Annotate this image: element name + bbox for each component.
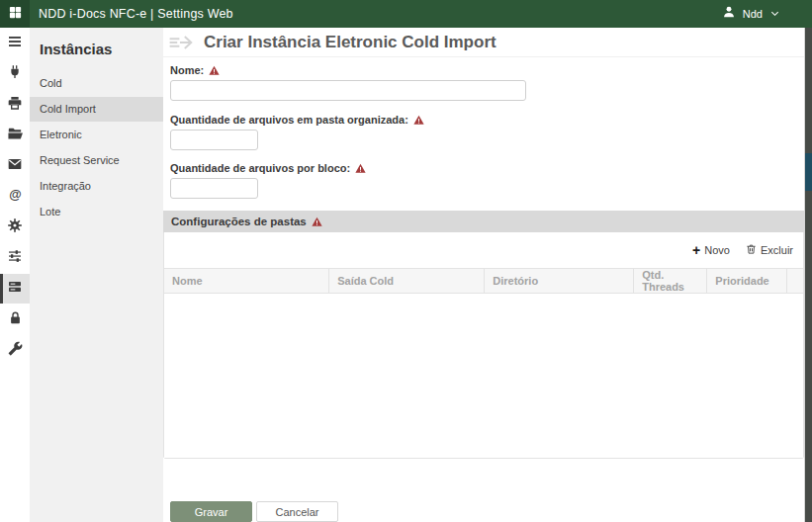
chevron-down-icon — [769, 5, 780, 23]
panel-body: + Novo Excluir — [163, 232, 804, 459]
qtd-pasta-organizada-input[interactable] — [170, 130, 258, 150]
column-header-diretorio[interactable]: Diretório — [485, 269, 634, 294]
svg-text:@: @ — [9, 187, 21, 202]
rail-item-files[interactable] — [0, 121, 30, 150]
warning-icon — [312, 217, 322, 227]
warning-icon — [413, 115, 424, 126]
panel-header: Configurações de pastas — [163, 211, 804, 232]
vertical-scrollbar[interactable] — [805, 28, 812, 522]
warning-icon — [209, 65, 220, 76]
sidebar-item-cold[interactable]: Cold — [30, 71, 163, 96]
printer-icon — [7, 95, 23, 115]
rail-item-settings[interactable] — [0, 213, 30, 242]
main-content: Criar Instância Eletronic Cold Import No… — [163, 28, 805, 522]
grid-toolbar: + Novo Excluir — [164, 232, 803, 268]
folders-table: Nome Saída Cold Diretório Qtd. Threads P… — [164, 268, 803, 294]
lock-icon — [8, 310, 23, 329]
app-title: NDD i-Docs NFC-e | Settings Web — [39, 7, 233, 21]
new-button[interactable]: + Novo — [692, 243, 730, 257]
cancel-button[interactable]: Cancelar — [256, 501, 338, 522]
field-label-nome: Nome: — [170, 64, 804, 76]
column-header-empty — [786, 269, 803, 294]
rail-item-menu[interactable] — [0, 29, 30, 58]
app-grid-icon — [8, 5, 23, 24]
delete-button[interactable]: Excluir — [746, 243, 793, 257]
top-bar: NDD i-Docs NFC-e | Settings Web Ndd — [0, 0, 812, 28]
sidebar-item-integracao[interactable]: Integração — [30, 174, 163, 199]
sliders-icon — [7, 248, 23, 268]
page-header: Criar Instância Eletronic Cold Import — [163, 28, 804, 57]
scrollbar-thumb[interactable] — [805, 153, 812, 191]
rail-item-security[interactable] — [0, 304, 30, 334]
column-header-qtd-threads[interactable]: Qtd. Threads — [634, 269, 707, 294]
sidebar-item-request-service[interactable]: Request Service — [30, 148, 163, 173]
sidebar-title: Instâncias — [30, 28, 163, 71]
at-icon: @ — [7, 187, 24, 208]
user-icon — [722, 5, 736, 23]
folder-config-panel: Configurações de pastas + Novo — [163, 211, 804, 459]
app-logo-button[interactable] — [0, 0, 30, 28]
table-header-row: Nome Saída Cold Diretório Qtd. Threads P… — [164, 269, 803, 294]
column-header-prioridade[interactable]: Prioridade — [707, 269, 787, 294]
rail-item-mail[interactable] — [0, 151, 30, 181]
icon-rail: @ — [0, 28, 30, 522]
user-menu[interactable]: Ndd — [722, 5, 780, 23]
import-lines-arrow-icon — [166, 30, 196, 55]
column-header-nome[interactable]: Nome — [164, 269, 329, 294]
rail-item-tools[interactable] — [0, 335, 30, 365]
menu-icon — [7, 34, 23, 53]
sidebar-item-lote[interactable]: Lote — [30, 200, 163, 224]
nome-input[interactable] — [170, 80, 526, 101]
folder-icon — [7, 126, 24, 146]
field-label-qtd-por-bloco: Quantidade de arquivos por bloco: — [170, 162, 804, 174]
server-icon — [7, 279, 23, 299]
page-title: Criar Instância Eletronic Cold Import — [204, 33, 496, 52]
panel-title: Configurações de pastas — [171, 216, 307, 227]
plus-icon: + — [692, 243, 700, 257]
trash-icon — [746, 243, 757, 257]
gear-icon — [7, 218, 23, 237]
mail-icon — [7, 156, 23, 176]
form-area: Nome: Quantidade de arquivos em pasta or… — [163, 57, 804, 199]
wrench-icon — [8, 341, 23, 360]
field-label-qtd-pasta-organizada: Quantidade de arquivos em pasta organiza… — [170, 114, 804, 126]
save-button[interactable]: Gravar — [170, 501, 252, 522]
rail-item-instances[interactable] — [0, 274, 30, 304]
form-actions: Gravar Cancelar — [163, 501, 804, 522]
rail-item-connections[interactable] — [0, 59, 30, 89]
warning-icon — [355, 163, 366, 174]
rail-item-print[interactable] — [0, 90, 30, 120]
column-header-saida-cold[interactable]: Saída Cold — [329, 269, 485, 294]
qtd-por-bloco-input[interactable] — [170, 178, 258, 199]
plug-icon — [7, 64, 23, 84]
rail-item-parameters[interactable] — [0, 243, 30, 273]
instances-sidebar: Instâncias Cold Cold Import Eletronic Re… — [30, 28, 163, 522]
sidebar-item-eletronic[interactable]: Eletronic — [30, 123, 163, 147]
table-empty-body — [164, 294, 803, 458]
sidebar-item-cold-import[interactable]: Cold Import — [30, 97, 163, 122]
user-name: Ndd — [743, 8, 763, 20]
rail-item-email-settings[interactable]: @ — [0, 182, 30, 212]
